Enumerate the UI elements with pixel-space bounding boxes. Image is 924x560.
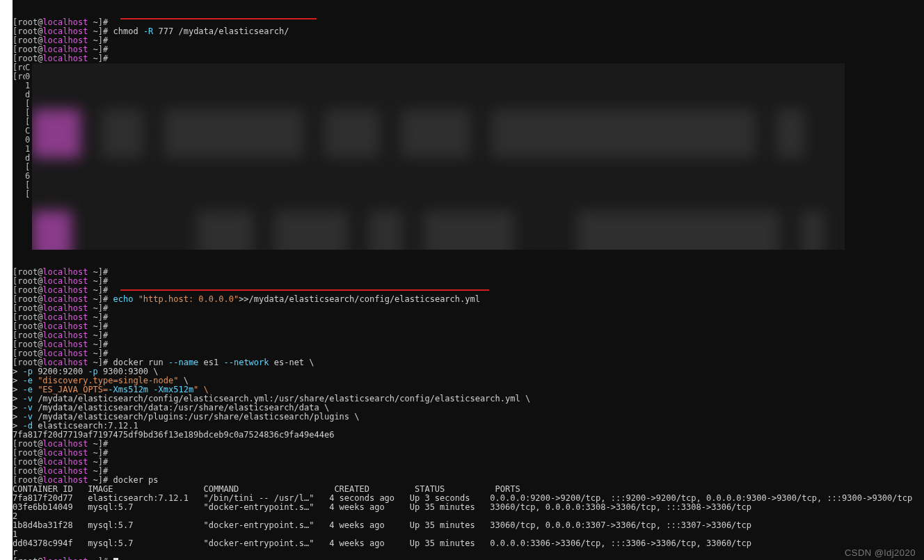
prompt-line: [root@localhost ~]#	[13, 36, 924, 45]
prompt-line: [root@localhost ~]#	[13, 54, 924, 63]
cmd-docker-run-cont: > -v /mydata/elasticsearch/plugins:/usr/…	[13, 413, 924, 422]
prompt-line: [root@localhost ~]#	[13, 440, 924, 449]
prompt-line: [root@localhost ~]#	[13, 313, 924, 322]
docker-ps-row: 1b8d4ba31f28 mysql:5.7 "docker-entrypoin…	[13, 521, 924, 530]
prompt-line: [root@localhost ~]#	[13, 458, 924, 467]
terminal-window[interactable]: [root@localhost ~]# [root@localhost ~]# …	[13, 0, 924, 560]
prompt-line: [root@localhost ~]#	[13, 277, 924, 286]
prompt-line-active[interactable]: [root@localhost ~]#	[13, 557, 924, 560]
prompt-line: [root@localhost ~]#	[13, 322, 924, 331]
blurred-region	[32, 63, 845, 250]
blurred-region-left-edge: C 0 1 d [ [ [ C 0 1 d [ 6 [ [	[25, 63, 32, 250]
red-underline-1	[120, 18, 317, 19]
prompt-line: [root@localhost ~]#	[13, 331, 924, 340]
prompt-line: [root@localhost ~]#	[13, 304, 924, 313]
prompt-line: [root@localhost ~]#	[13, 268, 924, 277]
prompt-line: [root@localhost ~]#	[13, 45, 924, 54]
watermark-text: CSDN @ldj2020	[845, 548, 916, 557]
red-underline-2	[120, 289, 489, 291]
prompt-line: [root@localhost ~]#	[13, 340, 924, 349]
docker-ps-row: dd04378c994f mysql:5.7 "docker-entrypoin…	[13, 539, 924, 548]
docker-run-output: 7fa817f20d7719af7197475df9bd36f13e189bdc…	[13, 431, 924, 440]
cmd-chmod: [root@localhost ~]# chmod -R 777 /mydata…	[13, 27, 924, 36]
docker-ps-row: 03fe6bb14049 mysql:5.7 "docker-entrypoin…	[13, 503, 924, 512]
cmd-echo: [root@localhost ~]# echo "http.host: 0.0…	[13, 295, 924, 304]
prompt-line: [root@localhost ~]#	[13, 449, 924, 458]
docker-ps-row: r	[13, 548, 924, 557]
